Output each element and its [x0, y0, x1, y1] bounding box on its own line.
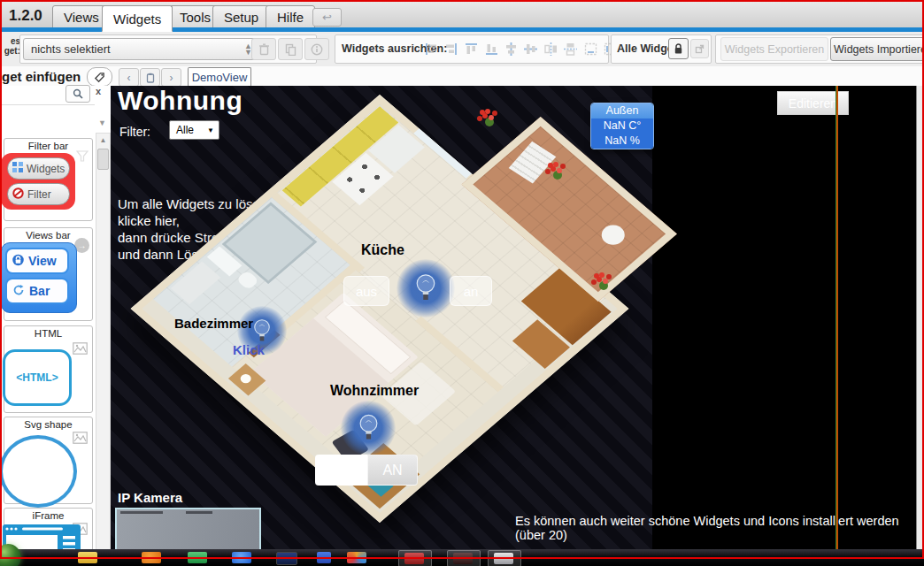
livingroom-off-button[interactable]: [315, 455, 368, 486]
livingroom-light-widget[interactable]: [341, 401, 396, 455]
panel-svg-shape: Svg shape: [4, 417, 93, 504]
guide-line: [835, 86, 838, 549]
external-link-icon: [695, 44, 705, 54]
scrollbar-thumb[interactable]: [97, 149, 109, 170]
panel-views-bar: Views bar → View Bar: [4, 227, 93, 321]
lock-icon: [674, 43, 683, 55]
info-widget-button[interactable]: [304, 38, 329, 60]
widgets-pill-button[interactable]: Widgets: [7, 157, 70, 180]
taskbar-browser-icon[interactable]: [142, 552, 161, 563]
footer-note: Es können auch weiter schöne Widgets und…: [515, 514, 922, 542]
expand-all-button[interactable]: [690, 39, 709, 58]
chevron-down-icon[interactable]: ▼: [98, 119, 106, 127]
tab-setup[interactable]: Setup: [212, 5, 270, 29]
distribute-vertical-icon[interactable]: [562, 41, 578, 57]
camera-osd: [186, 511, 212, 514]
flower-box: [551, 166, 556, 172]
palette-header: get einfügen: [2, 69, 81, 84]
outdoor-temperature: NaN C°: [591, 119, 653, 134]
center-horizontal-icon[interactable]: [522, 41, 538, 57]
info-icon: [311, 43, 323, 56]
palette-close-button[interactable]: x: [96, 86, 101, 96]
html-widget[interactable]: <HTML>: [3, 349, 72, 406]
view-pill-button[interactable]: View: [5, 248, 69, 274]
import-widgets-button[interactable]: Widgets Importieren: [830, 37, 924, 61]
tab-hilfe[interactable]: Hilfe: [266, 5, 315, 29]
align-top-icon[interactable]: [463, 41, 479, 57]
taskbar-folder-icon[interactable]: [78, 552, 97, 563]
outdoor-weather-widget[interactable]: Außen NaN C° NaN %: [590, 103, 654, 149]
taskbar-open-app[interactable]: [398, 550, 432, 566]
canvas-scrollbar[interactable]: [916, 86, 922, 549]
kitchen-off-button[interactable]: aus: [343, 276, 389, 306]
kitchen-light-widget[interactable]: [397, 259, 455, 317]
undo-icon[interactable]: ↩: [312, 8, 342, 27]
bathroom-label: Badezimmer: [174, 316, 253, 331]
outdoor-widget-title: Außen: [591, 103, 653, 119]
lock-all-button[interactable]: [668, 38, 689, 59]
flower-box: [597, 277, 602, 282]
livingroom-on-button[interactable]: AN: [367, 455, 418, 486]
align-right-icon[interactable]: [443, 41, 458, 57]
view-title: Wohnung: [118, 86, 243, 116]
selected-widget-label: es get:: [3, 36, 20, 56]
align-bottom-icon[interactable]: [483, 41, 499, 57]
canvas-filter-select[interactable]: Alle ▼: [169, 120, 219, 140]
tab-widgets[interactable]: Widgets: [102, 5, 173, 32]
tag-icon: [94, 72, 105, 83]
delete-widget-button[interactable]: [251, 38, 276, 60]
copy-view-button[interactable]: [140, 68, 160, 87]
align-left-icon[interactable]: [423, 41, 439, 57]
next-view-button[interactable]: ›: [161, 68, 181, 87]
bar-pill-button[interactable]: Bar: [5, 278, 69, 304]
taskbar-app-icon[interactable]: [453, 553, 473, 564]
ip-camera-label: IP Kamera: [118, 490, 182, 505]
panel-title: iFrame: [4, 509, 92, 521]
tag-button[interactable]: [87, 67, 112, 87]
no-entry-icon: [12, 187, 24, 202]
filter-bar-widget[interactable]: Widgets Filter: [1, 153, 75, 210]
panel-filter-bar: Filter bar Widgets Filter: [4, 138, 93, 221]
app-version: 1.2.0: [9, 7, 42, 25]
outdoor-humidity: NaN %: [591, 134, 653, 149]
palette-scrollbar[interactable]: ▲: [96, 133, 111, 551]
tab-demoview[interactable]: DemoView: [188, 67, 251, 86]
paste-width-icon[interactable]: [582, 41, 598, 57]
taskbar-open-app[interactable]: [447, 550, 481, 566]
widget-selection-dropdown[interactable]: nichts selektiert ▲▼: [23, 38, 260, 60]
taskbar-app-icon[interactable]: [276, 552, 297, 565]
chevron-down-icon: ▼: [207, 126, 214, 134]
svg-circle-widget[interactable]: [0, 435, 77, 508]
trash-icon: [258, 43, 270, 56]
kitchen-on-button[interactable]: an: [450, 276, 492, 306]
panel-title: Svg shape: [4, 417, 92, 430]
prev-view-button[interactable]: ‹: [119, 68, 139, 87]
taskbar-app-icon[interactable]: [347, 552, 366, 563]
filter-pill-button[interactable]: Filter: [7, 183, 70, 205]
scroll-up-icon[interactable]: ▲: [96, 134, 110, 147]
copy-widget-button[interactable]: [278, 38, 303, 60]
balcony-table: [597, 221, 629, 249]
taskbar-app-icon[interactable]: [404, 553, 424, 564]
taskbar-app-icon[interactable]: [494, 553, 513, 564]
taskbar-open-app[interactable]: [488, 550, 521, 566]
export-widgets-button[interactable]: Widgets Exportieren: [720, 37, 828, 61]
refresh-icon: [12, 284, 25, 299]
taskbar: [0, 549, 924, 566]
center-vertical-icon[interactable]: [503, 41, 519, 57]
mirror-horizontal-icon[interactable]: [543, 41, 558, 57]
divider: [2, 104, 95, 105]
taskbar-app-icon[interactable]: [317, 552, 331, 563]
ip-camera-feed[interactable]: [115, 508, 261, 549]
image-placeholder-icon: [73, 432, 88, 447]
views-bar-widget[interactable]: View Bar: [1, 242, 77, 313]
application-window: 1.2.0 Views Widgets Tools Setup Hilfe ↩ …: [0, 0, 924, 566]
light-bulb-icon: [414, 272, 437, 304]
panel-html: HTML <HTML>: [4, 325, 93, 413]
view-canvas: Wohnung Filter: Alle ▼ Um alle Widgets z…: [111, 86, 922, 549]
klick-hint[interactable]: Klick: [233, 342, 265, 357]
taskbar-media-icon[interactable]: [188, 552, 207, 563]
palette-search-button[interactable]: [65, 85, 90, 103]
taskbar-ie-icon[interactable]: [232, 552, 251, 563]
panel-title: Filter bar: [4, 139, 92, 151]
